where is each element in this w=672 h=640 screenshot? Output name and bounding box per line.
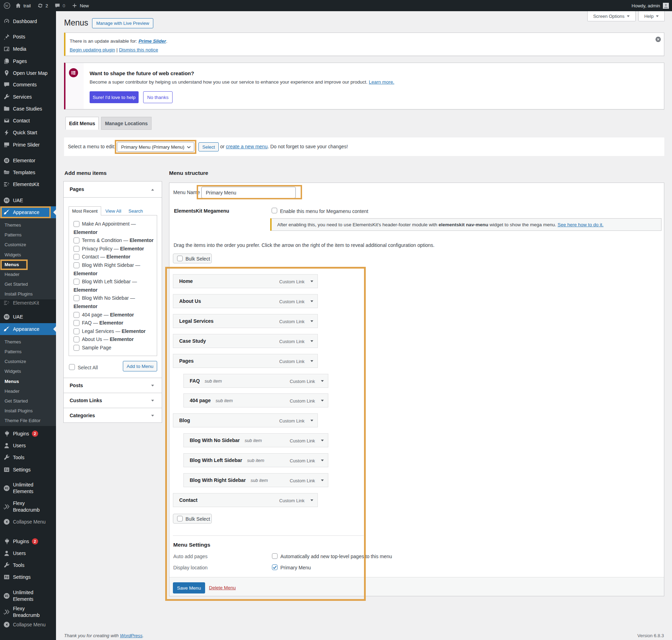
sidebar-item-uae[interactable]: UAE <box>0 311 56 323</box>
help-tab[interactable]: Help <box>638 11 665 21</box>
sidebar-subitem-install-plugins[interactable]: Install Plugins <box>0 406 56 416</box>
select-button[interactable]: Select <box>198 142 219 151</box>
bulk-select-toggle[interactable]: Bulk Select <box>173 254 212 263</box>
chevron-down-icon[interactable] <box>310 420 313 421</box>
bulk-select-checkbox[interactable] <box>177 516 183 521</box>
account-menu[interactable]: Howdy, admin <box>632 0 660 11</box>
sidebar-item-media[interactable]: Media <box>0 43 56 55</box>
sidebar-subitem-header[interactable]: Header <box>0 386 56 396</box>
begin-updating-link[interactable]: Begin updating plugin <box>70 47 115 52</box>
display-location-checkbox[interactable] <box>272 564 278 570</box>
sidebar-subitem-patterns[interactable]: Patterns <box>0 230 56 240</box>
sidebar-subitem-customize[interactable]: Customize <box>0 357 56 367</box>
sidebar-subitem-patterns[interactable]: Patterns <box>0 347 56 357</box>
create-new-menu-link[interactable]: create a new menu <box>226 144 267 149</box>
page-item-checkbox[interactable] <box>74 221 79 227</box>
sidebar-item-tools[interactable]: Tools <box>0 559 56 571</box>
sidebar-item-unlimited-elements[interactable]: Unlimited Elements <box>0 479 56 497</box>
megamenu-checkbox[interactable] <box>272 208 277 213</box>
sidebar-item-comments[interactable]: Comments <box>0 79 56 91</box>
chevron-down-icon[interactable] <box>321 440 324 441</box>
screen-options-tab[interactable]: Screen Options <box>587 11 636 21</box>
chevron-down-icon[interactable] <box>310 280 313 282</box>
elementor-accept-button[interactable]: Sure! I'd love to help <box>90 91 139 103</box>
sidebar-item-unlimited-elements[interactable]: Unlimited Elements <box>0 587 56 605</box>
select-all-checkbox[interactable] <box>69 364 75 370</box>
sidebar-subitem-header[interactable]: Header <box>0 270 56 279</box>
tab-search[interactable]: Search <box>128 208 143 214</box>
sidebar-subitem-themes[interactable]: Themes <box>0 220 56 230</box>
sidebar-subitem-menus[interactable]: Menus <box>0 377 56 386</box>
sidebar-item-appearance[interactable]: Appearance <box>0 206 56 218</box>
menu-item-contact[interactable]: ContactCustom Link <box>173 493 318 507</box>
delete-menu-link[interactable]: Delete Menu <box>209 585 236 590</box>
chevron-down-icon[interactable] <box>310 340 313 342</box>
accordion-section-custom-links[interactable]: Custom Links <box>64 393 162 408</box>
chevron-down-icon[interactable] <box>310 300 313 302</box>
menu-item-pages[interactable]: PagesCustom Link <box>173 354 318 368</box>
manage-live-preview-button[interactable]: Manage with Live Preview <box>92 18 153 28</box>
sidebar-item-uae[interactable]: UAE <box>0 194 56 206</box>
avatar[interactable] <box>663 0 669 11</box>
sidebar-item-contact[interactable]: Contact <box>0 115 56 127</box>
sidebar-item-quick-start[interactable]: Quick Start <box>0 127 56 138</box>
tab-manage-locations[interactable]: Manage Locations <box>101 117 152 130</box>
page-item-checkbox[interactable] <box>74 320 79 326</box>
tab-edit-menus[interactable]: Edit Menus <box>65 117 99 130</box>
page-item-checkbox[interactable] <box>74 328 79 334</box>
save-menu-button[interactable]: Save Menu <box>173 582 205 593</box>
sidebar-item-dashboard[interactable]: Dashboard <box>0 15 56 27</box>
sidebar-item-open-user-map[interactable]: Open User Map <box>0 67 56 79</box>
wordpress-link[interactable]: WordPress <box>120 633 142 638</box>
sidebar-item-elementskit[interactable]: ElementsKit <box>0 178 56 190</box>
comments-menu[interactable]: 0 <box>54 0 65 11</box>
sidebar-item-collapse-menu[interactable]: Collapse Menu <box>0 516 56 528</box>
page-item-checkbox[interactable] <box>74 312 79 318</box>
chevron-down-icon[interactable] <box>321 400 324 401</box>
menu-name-input[interactable] <box>201 187 296 198</box>
sidebar-item-plugins[interactable]: Plugins2 <box>0 535 56 547</box>
page-item-checkbox[interactable] <box>74 254 79 260</box>
wordpress-logo-icon[interactable]: W <box>4 0 10 11</box>
page-item-checkbox[interactable] <box>74 279 79 285</box>
chevron-down-icon[interactable] <box>321 380 324 382</box>
learn-more-link[interactable]: Learn more. <box>369 79 394 85</box>
menu-item-blog-with-left-sidebar[interactable]: Blog With Left Sidebarsub itemCustom Lin… <box>183 453 328 467</box>
menu-item-faq[interactable]: FAQsub itemCustom Link <box>183 374 328 388</box>
sidebar-item-services[interactable]: Services <box>0 91 56 103</box>
page-item-checkbox[interactable] <box>74 336 79 342</box>
page-item-checkbox[interactable] <box>74 262 79 268</box>
dismiss-notice-link[interactable]: Dismiss this notice <box>119 47 158 52</box>
menu-item-home[interactable]: HomeCustom Link <box>173 274 318 288</box>
sidebar-item-appearance[interactable]: Appearance <box>0 323 56 335</box>
sidebar-subitem-themes[interactable]: Themes <box>0 337 56 347</box>
new-menu[interactable]: New <box>71 0 89 11</box>
sidebar-item-users[interactable]: Users <box>0 547 56 559</box>
menu-item-blog-with-right-sidebar[interactable]: Blog With Right Sidebarsub itemCustom Li… <box>183 473 328 487</box>
sidebar-subitem-get-started[interactable]: Get Started <box>0 279 56 289</box>
chevron-down-icon[interactable] <box>310 499 313 501</box>
menu-item-case-study[interactable]: Case StudyCustom Link <box>173 334 318 348</box>
sidebar-subitem-customize[interactable]: Customize <box>0 240 56 250</box>
menu-item-404-page[interactable]: 404 pagesub itemCustom Link <box>183 393 328 407</box>
sidebar-item-flexy-breadcrumb[interactable]: Flexy Breadcrumb <box>0 498 56 516</box>
dismiss-icon[interactable] <box>655 36 661 42</box>
auto-add-checkbox[interactable] <box>272 553 278 559</box>
page-item-checkbox[interactable] <box>74 237 79 243</box>
page-item-checkbox[interactable] <box>74 246 79 252</box>
sidebar-item-collapse-menu[interactable]: Collapse Menu <box>0 619 56 631</box>
chevron-down-icon[interactable] <box>310 360 313 362</box>
sidebar-item-settings[interactable]: Settings <box>0 464 56 476</box>
menu-item-blog[interactable]: BlogCustom Link <box>173 413 318 427</box>
sidebar-subitem-menus[interactable]: Menus <box>0 260 56 270</box>
menu-select-dropdown[interactable]: Primary Menu (Primary Menu) <box>117 142 194 152</box>
bulk-select-toggle-bottom[interactable]: Bulk Select <box>173 514 212 524</box>
sidebar-subitem-widgets[interactable]: Widgets <box>0 250 56 260</box>
menu-item-about-us[interactable]: About UsCustom Link <box>173 294 318 308</box>
updates-menu[interactable]: 2 <box>37 0 48 11</box>
sidebar-item-plugins[interactable]: Plugins2 <box>0 428 56 440</box>
tab-view-all[interactable]: View All <box>105 208 121 214</box>
sidebar-item-pages[interactable]: Pages <box>0 55 56 67</box>
chevron-down-icon[interactable] <box>310 320 313 322</box>
sidebar-item-templates[interactable]: Templates <box>0 166 56 178</box>
